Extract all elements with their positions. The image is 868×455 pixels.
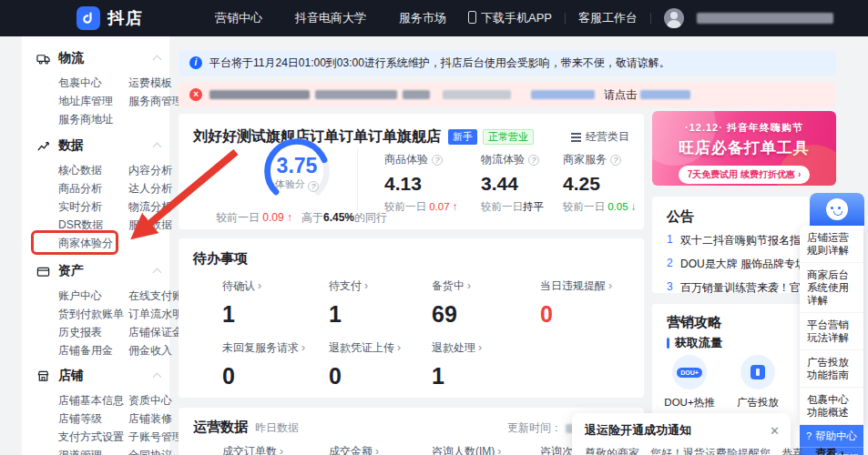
sidebar-item-content-analysis[interactable]: 内容分析 (128, 165, 172, 177)
sidebar-item-address-library[interactable]: 地址库管理 (58, 96, 128, 107)
faq-ad-guide[interactable]: 广告投放功能指南 (800, 350, 863, 388)
todo-card: 待办事项 待确认 1 待支付 1 备货中 69 当日违规提醒 0 未回复服务请求… (179, 238, 644, 398)
sidebar-item-shop-level[interactable]: 店铺等级 (58, 413, 128, 425)
sidebar-group-header-logistics[interactable]: 物流 (36, 51, 164, 66)
hamburger-icon (571, 136, 581, 138)
divider (565, 13, 566, 24)
sidebar-item-shop-decoration[interactable]: 店铺装修 (128, 413, 183, 425)
sidebar-group-header-assets[interactable]: 资产 (36, 264, 164, 278)
nav-ecommerce-college[interactable]: 抖音电商大学 (295, 10, 366, 26)
top-navbar: 抖店 营销中心 抖音电商大学 服务市场 下载手机APP 客服工作台 (0, 0, 868, 36)
todo-label[interactable]: 待支付 (329, 278, 432, 294)
sidebar-group-header-data[interactable]: 数据 (36, 138, 164, 153)
user-avatar[interactable] (664, 8, 684, 28)
sidebar-item-channel-mgmt[interactable]: 渠道管理 (58, 450, 128, 455)
app-name: 抖店 (107, 7, 144, 29)
promo-trial-pill[interactable]: 7天免费试用 续费打折优惠 › (679, 166, 810, 184)
close-icon[interactable]: ✕ (770, 424, 780, 438)
tool-ad-placement[interactable]: 广告投放 (731, 355, 784, 410)
todo-label[interactable]: 退款凭证上传 (329, 340, 432, 356)
nav-marketing-center[interactable]: 营销中心 (215, 10, 262, 26)
metric-value: 3.44 (481, 173, 572, 195)
sidebar-item-realtime-analysis[interactable]: 实时分析 (58, 201, 128, 213)
sidebar-item-service-data[interactable]: 服务数据 (128, 219, 172, 231)
redacted-text (315, 90, 397, 99)
ops-col-im-users[interactable]: 咨询人数(IM) (432, 444, 540, 455)
sidebar-item-product-analysis[interactable]: 商品分析 (58, 183, 128, 195)
service-workbench-link[interactable]: 客服工作台 (578, 10, 638, 26)
faq-marketing-play[interactable]: 平台营销玩法详解 (800, 313, 863, 350)
faq-package-center[interactable]: 包裹中心功能概述 (800, 388, 863, 425)
sidebar-item-qualification-center[interactable]: 资质中心 (128, 395, 183, 407)
error-alert-banner: 请点击 (179, 82, 836, 107)
sidebar-item-subaccount-mgmt[interactable]: 子账号管理 (128, 431, 183, 443)
sidebar-item-account-center[interactable]: 账户中心 (58, 290, 128, 302)
nav-right-group: 下载手机APP 客服工作台 (468, 8, 833, 28)
chart-icon (36, 139, 50, 153)
todo-label[interactable]: 待确认 (222, 278, 329, 294)
todo-value: 1 (432, 363, 540, 389)
sidebar-group-header-shop[interactable]: 店铺 (36, 369, 164, 383)
todo-label[interactable]: 备货中 (432, 278, 540, 294)
metric-merchant-service: 商家服务 4.25 较前一日 0.05 ↓ (563, 152, 654, 214)
sidebar-item-cod-bill[interactable]: 货到付款账单 (58, 308, 128, 320)
chevron-up-icon[interactable] (153, 268, 162, 278)
sidebar-item-provider-mgmt[interactable]: 服务商管理 (128, 96, 183, 107)
dashboard-page: 抖店 营销中心 抖音电商大学 服务市场 下载手机APP 客服工作台 物流 包裹中… (0, 0, 868, 455)
todo-title: 待办事项 (193, 250, 248, 268)
section-get-traffic: 获取流量 (667, 335, 722, 351)
help-icon[interactable] (610, 155, 621, 166)
chevron-up-icon[interactable] (153, 143, 162, 152)
sidebar-group-assets: 资产 账户中心 在线支付账单 货到付款账单 订单流水明细 历史报表 店铺保证金 … (36, 264, 164, 357)
help-icon[interactable] (528, 155, 539, 166)
sidebar-item-core-data[interactable]: 核心数据 (58, 165, 128, 177)
redacted-link[interactable] (640, 90, 690, 99)
chevron-up-icon[interactable] (153, 373, 162, 382)
help-icon[interactable] (308, 181, 319, 192)
download-app-link[interactable]: 下载手机APP (468, 10, 552, 26)
promo-banner-1212[interactable]: ·12.12· 抖音年终嗨购节 旺店必备打单工具 7天免费试用 续费打折优惠 › (652, 111, 836, 186)
sidebar-item-dsr-data[interactable]: DSR数据 (58, 219, 128, 231)
left-sidebar: 物流 包裹中心 运费模板 地址库管理 服务商管理 服务商地址 数据 核心数据 内… (22, 36, 169, 455)
sidebar-item-payment-settings[interactable]: 支付方式设置 (58, 431, 128, 443)
sidebar-item-merchant-experience-score[interactable]: 商家体验分 (58, 238, 128, 249)
todo-label[interactable]: 未回复服务请求 (222, 340, 329, 356)
ops-col-gmv[interactable]: 成交金额 (329, 444, 432, 455)
faq-shop-rules[interactable]: 店铺运营规则详解 (800, 226, 863, 263)
todo-label[interactable]: 退款处理 (432, 340, 540, 356)
helper-robot-header[interactable] (810, 193, 864, 226)
newbie-badge: 新手 (448, 129, 477, 145)
faq-backend-usage[interactable]: 商家后台系统使用详解 (800, 263, 863, 313)
sidebar-item-contract-agreement[interactable]: 合同协议 (128, 450, 183, 455)
toast-view-link[interactable]: 查看 › (815, 447, 843, 455)
sidebar-item-influencer-analysis[interactable]: 达人分析 (128, 183, 172, 195)
item-number: 1 (667, 233, 674, 248)
todo-label[interactable]: 当日违规提醒 (540, 278, 612, 294)
app-logo[interactable]: 抖店 (77, 6, 144, 30)
help-icon[interactable] (432, 155, 443, 166)
ops-col-orders[interactable]: 成交订单数 (222, 444, 329, 455)
business-category-link[interactable]: 经营类目 (569, 129, 629, 145)
sidebar-item-history-report[interactable]: 历史报表 (58, 327, 128, 339)
toast-notification: 退运险开通成功通知 ✕ 尊敬的商家，您好！退货运费险提醒您，恭喜... 查看 › (572, 413, 791, 455)
divider (357, 148, 358, 210)
info-icon (189, 56, 202, 69)
todo-pending-payment: 待支付 1 (329, 278, 432, 328)
ops-title: 运营数据 (193, 419, 248, 436)
sidebar-item-shop-basic-info[interactable]: 店铺基本信息 (58, 395, 128, 407)
sidebar-item-logistics-analysis[interactable]: 物流分析 (128, 201, 172, 213)
sidebar-item-freight-template[interactable]: 运费模板 (128, 77, 183, 89)
sidebar-item-shop-reserve[interactable]: 店铺备用金 (58, 345, 128, 357)
nav-service-market[interactable]: 服务市场 (399, 10, 446, 26)
help-center-button[interactable]: ? 帮助中心 (800, 425, 863, 448)
todo-value: 1 (222, 301, 329, 328)
toast-title: 退运险开通成功通知 (585, 422, 691, 439)
chevron-up-icon[interactable] (153, 56, 162, 65)
error-icon (189, 88, 202, 101)
redacted-text (443, 90, 511, 99)
sidebar-item-provider-address[interactable]: 服务商地址 (58, 114, 128, 126)
sidebar-item-package-center[interactable]: 包裹中心 (58, 77, 128, 89)
tool-dou-plus[interactable]: DOU+ DOU+热推 (663, 355, 716, 410)
item-number: 3 (667, 280, 674, 296)
score-delta-line: 较前一日 0.09 ↑ 高于6.45%的同行 (192, 210, 411, 226)
